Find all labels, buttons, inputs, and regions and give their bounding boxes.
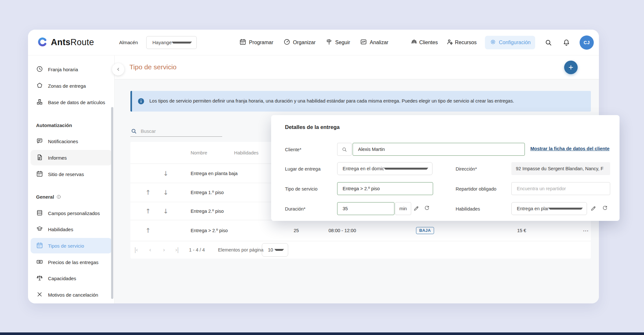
sidebar-item-motivos-cancelacion[interactable]: Motivos de cancelación xyxy=(31,287,112,302)
refresh-icon[interactable] xyxy=(601,205,609,212)
page-bottom-bar xyxy=(0,332,644,335)
report-icon xyxy=(36,154,43,162)
rows-icon xyxy=(36,209,43,217)
menu-item-recursos[interactable]: Recursos xyxy=(446,38,477,47)
clock-icon xyxy=(36,65,43,74)
tipo-servicio-label: Tipo de servicio xyxy=(285,186,317,192)
tipo-servicio-field xyxy=(337,182,433,195)
user-avatar[interactable]: CJ xyxy=(580,35,594,50)
next-page-button[interactable]: › xyxy=(163,247,165,253)
sidebar-item-base-de-datos-articulos[interactable]: Base de datos de artículos xyxy=(31,94,112,110)
table-row: ↑ Entrega > 2.º piso 25 08:00 - 12:00 BA… xyxy=(130,220,591,241)
direccion-label: Dirección* xyxy=(456,166,477,172)
move-down-button[interactable]: ↓ xyxy=(161,189,171,196)
resources-icon xyxy=(446,38,453,47)
search-icon xyxy=(544,38,553,47)
search-input[interactable] xyxy=(141,128,212,134)
tipo-servicio-input[interactable] xyxy=(337,182,433,195)
brand-name: AntsRoute xyxy=(51,37,94,47)
banknote-icon xyxy=(36,258,43,266)
brand-logo[interactable]: AntsRoute xyxy=(37,36,94,49)
delivery-details-dialog: Detalles de la entrega Cliente* Mostrar … xyxy=(271,115,620,221)
message-icon xyxy=(36,137,43,145)
service-name: Entrega 1.º piso xyxy=(191,189,241,196)
sidebar-item-capacidades[interactable]: Capacidades xyxy=(31,271,112,286)
service-name: Entrega 2.º piso xyxy=(191,207,241,214)
notifications-button[interactable] xyxy=(562,38,571,47)
sidebar-scrollbar[interactable] xyxy=(111,107,113,299)
search-button[interactable] xyxy=(544,38,553,47)
direccion-field: 92 Impasse du Sergent Blandan, Nancy, F xyxy=(511,162,610,175)
graduation-cap-icon xyxy=(36,225,43,233)
lugar-select[interactable]: Entrega en el domicilio del cliente xyxy=(337,162,432,175)
search-icon xyxy=(341,146,347,153)
add-service-type-button[interactable] xyxy=(564,61,578,74)
move-down-button[interactable]: ↓ xyxy=(161,170,171,177)
settings-sidebar: Franja horaria Zonas de entrega Base de … xyxy=(28,55,115,303)
move-up-button[interactable]: ↑ xyxy=(143,189,153,196)
chart-icon xyxy=(360,38,367,47)
priority-badge: BAJA xyxy=(416,227,434,234)
lugar-label: Lugar de entrega xyxy=(285,166,320,172)
cliente-field xyxy=(353,143,525,156)
move-up-button[interactable]: ↑ xyxy=(143,227,153,234)
menu-item-organizar[interactable]: Organizar xyxy=(283,38,316,47)
app-screen: AntsRoute Almacén Hayange Programar Orga… xyxy=(0,0,644,335)
sidebar-section-automatizacion: Automatización xyxy=(36,123,72,128)
last-page-button[interactable]: ›| xyxy=(175,247,179,253)
edit-icon[interactable] xyxy=(413,205,420,212)
column-header-habilidades: Habilidades xyxy=(234,150,259,155)
show-client-record-link[interactable]: Mostrar la ficha de datos del cliente xyxy=(530,146,610,151)
dialog-title: Detalles de la entrega xyxy=(285,124,340,130)
habilidades-select[interactable]: Entrega en planta alta xyxy=(511,202,587,215)
sidebar-item-precios-entregas[interactable]: Precios de las entregas xyxy=(31,254,112,270)
row-actions-button[interactable]: ⋯ xyxy=(583,227,589,234)
search-icon xyxy=(130,128,137,134)
edit-icon[interactable] xyxy=(590,205,597,212)
prev-page-button[interactable]: ‹ xyxy=(149,247,151,253)
warehouse-value: Hayange xyxy=(152,40,172,45)
page-title: Tipo de servicio xyxy=(129,63,176,71)
menu-item-clientes[interactable]: Clientes xyxy=(411,38,438,47)
per-page-select[interactable]: 10 xyxy=(262,243,288,257)
first-page-button[interactable]: |‹ xyxy=(134,247,138,253)
menu-item-seguir[interactable]: Seguir xyxy=(326,38,350,47)
per-page-label: Elementos por página xyxy=(218,247,263,252)
table-search xyxy=(130,126,222,137)
duracion-field xyxy=(337,202,394,215)
duracion-label: Duración* xyxy=(285,206,306,212)
sidebar-item-campos-personalizados[interactable]: Campos personalizados xyxy=(31,205,112,221)
banner-text: Los tipos de servicio permiten definir u… xyxy=(149,98,514,105)
menu-item-configuracion[interactable]: Configuración xyxy=(485,36,535,49)
menu-item-programar[interactable]: Programar xyxy=(239,38,273,47)
clients-icon xyxy=(411,38,418,47)
column-header-nombre: Nombre xyxy=(191,150,207,155)
cliente-input[interactable] xyxy=(353,143,525,155)
sidebar-item-notificaciones[interactable]: Notificaciones xyxy=(31,133,112,149)
menu-item-analizar[interactable]: Analizar xyxy=(360,38,388,47)
antsroute-logo-icon xyxy=(37,36,48,49)
refresh-icon[interactable] xyxy=(423,205,431,212)
info-banner: Los tipos de servicio permiten definir u… xyxy=(130,91,591,112)
sidebar-item-sitio-de-reservas[interactable]: Sitio de reservas xyxy=(31,166,112,182)
sidebar-item-zonas-de-entrega[interactable]: Zonas de entrega xyxy=(31,78,112,94)
sidebar-item-tipos-de-servicio[interactable]: Tipos de servicio xyxy=(31,238,112,253)
sidebar-item-habilidades[interactable]: Habilidades xyxy=(31,222,112,237)
move-up-button[interactable]: ↑ xyxy=(143,207,153,215)
calendar-icon xyxy=(36,170,43,178)
top-navbar: AntsRoute Almacén Hayange Programar Orga… xyxy=(28,30,599,55)
sidebar-item-informes[interactable]: Informes xyxy=(31,150,112,165)
move-down-button[interactable]: ↓ xyxy=(161,207,171,215)
warehouse-picker: Almacén Hayange xyxy=(119,36,197,49)
sidebar-item-franja-horaria[interactable]: Franja horaria xyxy=(31,62,112,77)
warehouse-select[interactable]: Hayange xyxy=(146,36,197,49)
warehouse-label: Almacén xyxy=(119,40,138,45)
cliente-label: Cliente* xyxy=(285,147,301,152)
priority-cell: BAJA xyxy=(416,227,434,234)
duracion-input[interactable] xyxy=(337,202,394,215)
pagination-range: 1 - 4 / 4 xyxy=(189,247,205,252)
service-duration: 25 xyxy=(294,228,299,233)
repartidor-input[interactable] xyxy=(512,182,610,195)
sidebar-collapse-button[interactable] xyxy=(112,63,124,75)
client-search-button[interactable] xyxy=(337,143,352,156)
